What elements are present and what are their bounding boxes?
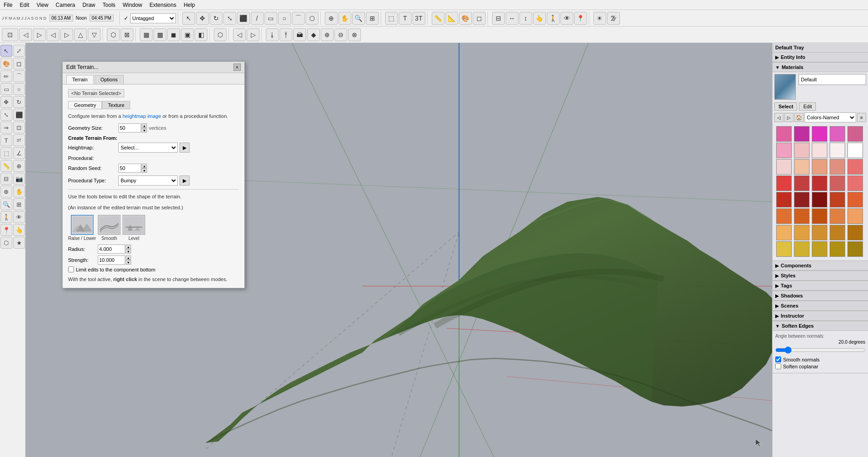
color-swatch-32[interactable]	[812, 225, 827, 240]
toolbar2-scene-next[interactable]: ▷	[247, 28, 259, 41]
random-seed-up[interactable]: ▲	[142, 164, 147, 168]
left-tool-zoomwin[interactable]: ⊞	[13, 198, 25, 210]
mat-nav-back[interactable]: ◁	[774, 113, 783, 122]
color-swatch-34[interactable]	[847, 225, 863, 240]
left-tool-dimensions[interactable]: ⬚	[0, 147, 12, 159]
dialog-tab-options[interactable]: Options	[95, 75, 124, 84]
color-swatch-6[interactable]	[794, 143, 810, 158]
left-tool-push[interactable]: ⬛	[13, 109, 25, 121]
toolbar-zoom[interactable]: 🔍	[352, 12, 365, 25]
procedural-go-button[interactable]: ▶	[180, 175, 190, 186]
left-tool-arc[interactable]: ⌒	[13, 70, 25, 82]
toolbar2-view-top[interactable]: △	[74, 28, 87, 41]
toolbar2-hidden[interactable]: ▩	[153, 28, 166, 41]
left-tool-offset[interactable]: ⊡	[13, 122, 25, 133]
viewport[interactable]: Edit Terrain... × Terrain Options <No Te…	[26, 43, 772, 457]
toolbar-circle[interactable]: ○	[278, 12, 291, 25]
toolbar2-sandbox[interactable]: 🏔	[293, 28, 306, 41]
mat-detail-btn[interactable]: ≡	[857, 113, 866, 122]
heightmap-link[interactable]: heightmap image	[122, 113, 161, 119]
toolbar2-mono[interactable]: ◧	[195, 28, 207, 41]
left-tool-circle[interactable]: ○	[13, 83, 25, 95]
geometry-size-down[interactable]: ▼	[142, 128, 147, 133]
menu-camera[interactable]: Camera	[56, 2, 75, 8]
toolbar-position[interactable]: 📍	[574, 12, 587, 25]
color-swatch-9[interactable]	[847, 143, 863, 158]
toolbar2-iso[interactable]: ⬡	[107, 28, 120, 41]
entity-info-header[interactable]: ▶ Entity Info	[773, 53, 868, 62]
left-tool-section[interactable]: ⊟	[0, 173, 12, 185]
heightmap-select[interactable]: Select...	[118, 143, 178, 153]
color-swatch-30[interactable]	[776, 225, 792, 240]
instructor-header[interactable]: ▶ Instructor	[773, 311, 868, 321]
radius-down[interactable]: ▼	[126, 249, 131, 254]
toolbar-text[interactable]: T	[399, 12, 412, 25]
toolbar2-import[interactable]: ⭳	[266, 28, 279, 41]
shadows-header[interactable]: ▶ Shadows	[773, 291, 868, 301]
toolbar-line[interactable]: /	[251, 12, 264, 25]
toolbar2-subtract[interactable]: ⊖	[334, 28, 347, 41]
toolbar2-persp[interactable]: ⊠	[121, 28, 133, 41]
left-tool-rect[interactable]: ▭	[0, 83, 12, 95]
menu-draw[interactable]: Draw	[83, 2, 95, 8]
color-swatch-28[interactable]	[830, 208, 845, 224]
toolbar2-xray[interactable]: ⬡	[214, 28, 227, 41]
toolbar-orbit[interactable]: ⊕	[325, 12, 338, 25]
left-tool-select[interactable]: ↖	[0, 45, 12, 57]
mat-nav-forward[interactable]: ▷	[784, 113, 794, 122]
radius-input[interactable]	[98, 244, 125, 254]
color-swatch-5[interactable]	[776, 143, 792, 158]
texture-tab[interactable]: Texture	[102, 101, 130, 109]
toolbar-3dtext[interactable]: 3T	[413, 12, 425, 25]
toolbar-lookaround[interactable]: 👁	[561, 12, 573, 25]
color-swatch-14[interactable]	[847, 159, 863, 175]
toolbar-poly[interactable]: ⬡	[306, 12, 318, 25]
toolbar2-shaded[interactable]: ◼	[167, 28, 180, 41]
left-tool-eraser[interactable]: ◻	[13, 58, 25, 69]
left-tool-paint[interactable]: 🎨	[0, 58, 12, 69]
dialog-titlebar[interactable]: Edit Terrain... ×	[63, 62, 244, 73]
toolbar2-scene-prev[interactable]: ◁	[233, 28, 246, 41]
color-swatch-12[interactable]	[812, 159, 827, 175]
left-tool-axis[interactable]: ⊕	[13, 160, 25, 172]
color-swatch-17[interactable]	[812, 175, 827, 191]
color-swatch-33[interactable]	[830, 225, 845, 240]
color-swatch-19[interactable]	[847, 175, 863, 191]
color-swatch-13[interactable]	[830, 159, 845, 175]
materials-header[interactable]: ▼ Materials	[773, 63, 868, 72]
color-swatch-7[interactable]	[812, 143, 827, 158]
color-swatch-29[interactable]	[847, 208, 863, 224]
strength-input[interactable]	[98, 255, 125, 265]
color-swatch-25[interactable]	[776, 208, 792, 224]
color-swatch-23[interactable]	[830, 192, 845, 207]
default-tray-header[interactable]: Default Tray	[773, 43, 868, 53]
color-swatch-26[interactable]	[794, 208, 810, 224]
random-seed-down[interactable]: ▼	[142, 168, 147, 173]
left-tool-extra1[interactable]: ⬡	[0, 237, 12, 249]
toolbar2-export[interactable]: ⭱	[280, 28, 292, 41]
color-swatch-36[interactable]	[794, 241, 810, 257]
components-header[interactable]: ▶ Components	[773, 261, 868, 271]
color-swatch-10[interactable]	[776, 159, 792, 175]
menu-window[interactable]: Window	[123, 2, 143, 8]
geometry-size-up[interactable]: ▲	[142, 123, 147, 128]
toolbar2-view-bottom[interactable]: ▽	[88, 28, 101, 41]
toolbar2-view-back[interactable]: ◁	[19, 28, 32, 41]
toolbar-walkthrough[interactable]: 🚶	[547, 12, 560, 25]
toolbar-eraser[interactable]: ◻	[473, 12, 486, 25]
tag-selector[interactable]: Untagged	[130, 13, 176, 23]
toolbar-flip-ud[interactable]: ↕	[519, 12, 532, 25]
toolbar-rotate[interactable]: ↻	[210, 12, 222, 25]
left-tool-move[interactable]: ✥	[0, 96, 12, 108]
menu-tools[interactable]: Tools	[103, 2, 116, 8]
strength-up[interactable]: ▲	[126, 255, 131, 260]
color-swatch-0[interactable]	[776, 126, 792, 142]
left-tool-interact[interactable]: 👆	[13, 224, 25, 236]
material-swatch[interactable]	[774, 74, 796, 100]
toolbar-arc[interactable]: ⌒	[292, 12, 305, 25]
left-tool-rotate[interactable]: ↻	[13, 96, 25, 108]
smooth-normals-checkbox[interactable]	[775, 356, 781, 362]
procedural-type-select[interactable]: Bumpy Flat Hilly Rocky	[118, 175, 178, 186]
random-seed-input[interactable]	[118, 164, 141, 173]
color-swatch-3[interactable]	[830, 126, 845, 142]
